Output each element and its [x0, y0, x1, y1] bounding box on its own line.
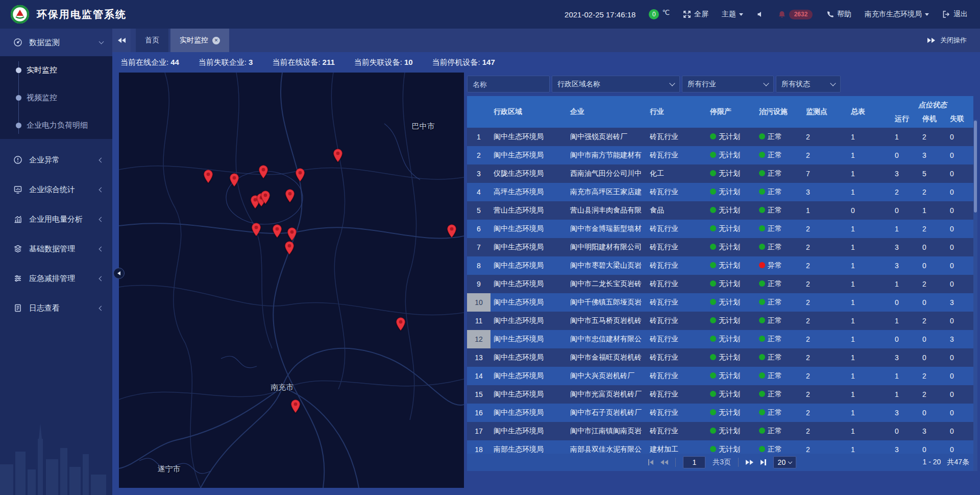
fullscreen-button[interactable]: 全屏: [683, 10, 708, 19]
sidebar-item-enterprise-abnormal[interactable]: 企业异常: [0, 145, 112, 175]
table-row[interactable]: 15 阆中生态环境局 阆中市光富页岩机砖厂 砖瓦行业 无计划 正常 2 1 1 …: [467, 385, 973, 404]
sidebar-item-power-load-detail[interactable]: 企业电力负荷明细: [0, 111, 112, 139]
close-operations-button[interactable]: 关闭操作: [940, 36, 967, 45]
cell-halt-count: 0: [919, 262, 947, 270]
cell-industry: 化工: [647, 169, 707, 178]
first-page-button[interactable]: [648, 459, 654, 465]
sidebar: 数据监测 实时监控 视频监控 企业电力负荷明细 企业异常: [0, 29, 112, 495]
table-row[interactable]: 16 阆中生态环境局 阆中市石子页岩机砖厂 砖瓦行业 无计划 正常 2 1 3 …: [467, 404, 973, 422]
map-pin[interactable]: [261, 191, 271, 204]
next-page-button[interactable]: [746, 460, 753, 465]
col-header-halt: 停机: [919, 114, 947, 124]
table-row[interactable]: 7 阆中生态环境局 阆中明阳建材有限公司 砖瓦行业 无计划 正常 2 1 3 0…: [467, 238, 973, 256]
table-row[interactable]: 4 高坪生态环境局 南充市高坪区王家店建 砖瓦行业 无计划 正常 3 1 2 2…: [467, 183, 973, 201]
cell-lost-count: 0: [947, 262, 973, 270]
cell-monitor-points: 2: [803, 243, 848, 251]
table-row[interactable]: 13 阆中生态环境局 阆中市金福旺页岩机砖 砖瓦行业 无计划 正常 2 1 3 …: [467, 348, 973, 367]
cell-total-meters: 1: [848, 188, 892, 196]
logout-button[interactable]: 退出: [942, 10, 968, 19]
map-pin[interactable]: [259, 165, 268, 179]
table-header: 行政区域 企业 行业 停限产 治污设施 监测点 总表 点位状态 运行 停机 失联: [467, 96, 973, 128]
page-number-input[interactable]: [683, 456, 705, 468]
map-pin[interactable]: [396, 317, 406, 331]
map-pin[interactable]: [204, 170, 213, 183]
table-row[interactable]: 3 仪陇生态环境局 西南油气田分公司川中 化工 无计划 正常 7 1 3 5 0: [467, 164, 973, 183]
table-row[interactable]: 14 阆中生态环境局 阆中大兴页岩机砖厂 砖瓦行业 无计划 正常 2 1 1 2…: [467, 367, 973, 385]
sidebar-item-realtime-monitoring[interactable]: 实时监控: [0, 56, 112, 84]
enterprise-panel: 行政区域名称 所有行业 所有状态 行政区域 企业 行业 停限产 治污设施 监测点…: [467, 73, 977, 488]
last-page-button[interactable]: [761, 459, 766, 465]
tab-scroll-right-button[interactable]: [927, 38, 935, 43]
page-size-select[interactable]: 20: [773, 456, 797, 468]
col-header-industry: 行业: [647, 96, 707, 128]
col-group-point-status: 点位状态: [892, 101, 973, 110]
region-filter-select[interactable]: 行政区域名称: [552, 76, 680, 92]
notifications[interactable]: 2632: [778, 10, 813, 19]
map-pin[interactable]: [447, 224, 456, 238]
table-row[interactable]: 1 阆中生态环境局 阆中强锐页岩砖厂 砖瓦行业 无计划 正常 2 1 1 2 0: [467, 128, 973, 146]
stat-online-devices: 当前在线设备:211: [272, 58, 334, 67]
app-title: 环保用电监管系统: [37, 8, 127, 21]
panel-collapse-button[interactable]: [113, 268, 125, 279]
table-row[interactable]: 17 阆中生态环境局 阆中市江南镇阆南页岩 砖瓦行业 无计划 正常 2 1 0 …: [467, 422, 973, 440]
map-pin[interactable]: [295, 168, 305, 182]
cell-limit-status: 无计划: [707, 371, 756, 381]
previous-page-button[interactable]: [660, 460, 668, 465]
table-row[interactable]: 11 阆中生态环境局 阆中市五马桥页岩机砖 砖瓦行业 无计划 正常 2 1 1 …: [467, 312, 973, 330]
cell-total-meters: 1: [848, 372, 892, 380]
table-scrollbar-thumb[interactable]: [974, 121, 977, 213]
table-scrollbar-track[interactable]: [973, 120, 977, 471]
cell-limit-status: 无计划: [707, 187, 756, 197]
table-row[interactable]: 8 阆中生态环境局 阆中市枣碧大梁山页岩 砖瓦行业 无计划 异常 2 1 3 0…: [467, 256, 973, 275]
table-row[interactable]: 18 南部生态环境局 南部县双佳水泥有限公 建材加工 无计划 正常 2 1 3 …: [467, 440, 973, 454]
chevron-down-icon: [669, 80, 675, 86]
map-pin[interactable]: [273, 224, 282, 238]
sidebar-item-video-monitoring[interactable]: 视频监控: [0, 84, 112, 111]
map-canvas[interactable]: 巴中市南充市遂宁市: [119, 73, 464, 488]
table-row[interactable]: 10 阆中生态环境局 阆中千佛镇五郎垭页岩 砖瓦行业 无计划 正常 2 1 0 …: [467, 293, 973, 312]
sidebar-item-log-view[interactable]: 日志查看: [0, 293, 112, 323]
map-pin[interactable]: [284, 241, 294, 255]
status-dot-icon: [710, 391, 716, 397]
cell-region: 阆中生态环境局: [491, 243, 567, 252]
status-dot-icon: [759, 317, 765, 323]
tab-realtime-monitoring[interactable]: 实时监控 ✕: [170, 29, 229, 52]
row-number: 8: [467, 256, 491, 275]
tab-home[interactable]: 首页: [136, 29, 168, 52]
cell-limit-status: 无计划: [707, 298, 756, 307]
status-dot-icon: [759, 244, 765, 250]
status-filter-select[interactable]: 所有状态: [776, 76, 841, 92]
cell-lost-count: 0: [947, 151, 973, 159]
name-filter-field[interactable]: [467, 76, 550, 92]
help-button[interactable]: 帮助: [826, 10, 851, 19]
table-row[interactable]: 12 阆中生态环境局 阆中市忠信建材有限公 砖瓦行业 无计划 正常 2 1 0 …: [467, 330, 973, 348]
sidebar-item-emergency-reduction[interactable]: 应急减排管理: [0, 264, 112, 293]
map-pin[interactable]: [252, 223, 261, 237]
cell-industry: 砖瓦行业: [647, 353, 707, 362]
theme-dropdown[interactable]: 主题: [722, 10, 743, 19]
map-pin[interactable]: [287, 227, 297, 241]
org-dropdown[interactable]: 南充市生态环境局: [865, 10, 929, 19]
tab-scroll-left-button[interactable]: [112, 29, 131, 52]
industry-filter-select[interactable]: 所有行业: [682, 76, 774, 92]
table-row[interactable]: 6 阆中生态环境局 阆中市金博瑞新型墙材 砖瓦行业 无计划 正常 2 1 1 2…: [467, 220, 973, 238]
map-pin[interactable]: [285, 189, 295, 203]
sound-mute-button[interactable]: [756, 10, 765, 18]
cell-halt-count: 0: [919, 409, 947, 417]
sidebar-item-label: 数据监测: [29, 38, 100, 48]
table-row[interactable]: 9 阆中生态环境局 阆中市二龙长宝页岩砖 砖瓦行业 无计划 正常 2 1 1 2…: [467, 275, 973, 293]
name-filter-input[interactable]: [473, 80, 544, 88]
cell-region: 阆中生态环境局: [491, 408, 567, 417]
sidebar-item-data-monitoring[interactable]: 数据监测: [0, 29, 112, 56]
sidebar-item-power-usage-analysis[interactable]: 企业用电量分析: [0, 204, 112, 234]
sidebar-item-enterprise-statistics[interactable]: 企业综合统计: [0, 175, 112, 204]
table-row[interactable]: 2 阆中生态环境局 阆中市南方节能建材有 砖瓦行业 无计划 正常 2 1 0 3…: [467, 146, 973, 164]
map-pin[interactable]: [333, 149, 343, 162]
sidebar-item-basic-data-management[interactable]: 基础数据管理: [0, 234, 112, 264]
map-pin[interactable]: [291, 399, 301, 413]
table-row[interactable]: 5 营山生态环境局 营山县润丰肉食品有限 食品 无计划 正常 1 0 0 1 0: [467, 201, 973, 220]
stats-bar: 当前在线企业:44 当前失联企业:3 当前在线设备:211 当前失联设备:10 …: [112, 52, 980, 73]
col-header-points: 监测点: [803, 96, 848, 128]
close-tab-icon[interactable]: ✕: [212, 37, 220, 44]
map-pin[interactable]: [229, 173, 239, 187]
